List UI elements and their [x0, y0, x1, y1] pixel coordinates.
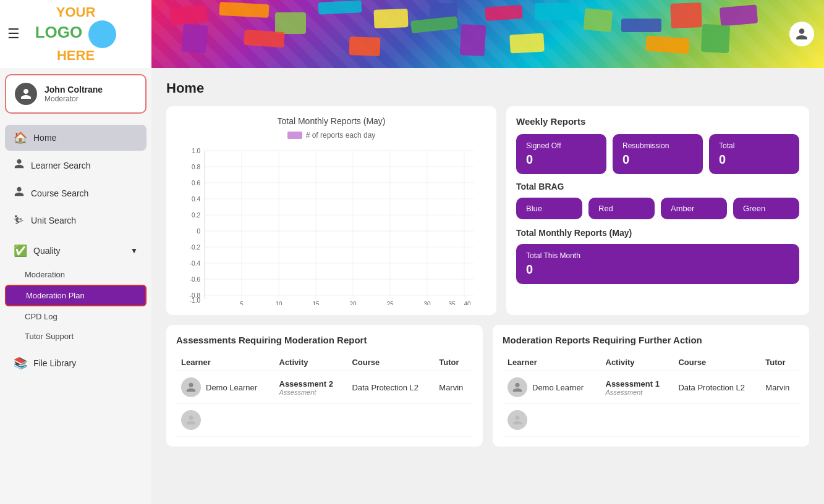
learner-avatar	[508, 410, 527, 430]
col-learner: Learner	[176, 354, 274, 371]
sidebar-item-home[interactable]: 🏠 Home	[5, 125, 147, 151]
sidebar-item-file-library-label: File Library	[33, 358, 76, 368]
stat-box-total: Total 0	[709, 134, 799, 174]
brag-box-green: Green	[733, 198, 799, 219]
weekly-stats-row: Signed Off 0 Resubmission 0 Total 0	[516, 134, 799, 174]
monthly-section-label: Total Monthly Reports (May)	[516, 228, 799, 238]
unit-search-icon: ⛷	[14, 214, 25, 227]
legend-color-box	[287, 132, 302, 139]
learner-avatar	[508, 377, 527, 397]
col-learner: Learner	[503, 354, 601, 371]
sidebar-item-unit-search[interactable]: ⛷ Unit Search	[5, 208, 147, 233]
page-title: Home	[166, 80, 809, 96]
stat-box-resubmission: Resubmission 0	[613, 134, 703, 174]
sidebar-item-home-label: Home	[33, 133, 56, 143]
col-tutor: Tutor	[434, 354, 473, 371]
activity-type: Assessment	[279, 388, 342, 396]
assessments-table: Learner Activity Course Tutor	[176, 354, 473, 437]
sidebar-item-quality[interactable]: ✅ Quality ▼	[5, 238, 147, 264]
svg-text:-0.2: -0.2	[190, 244, 201, 251]
hamburger-icon[interactable]: ☰	[7, 26, 20, 42]
course-cell: Data Protection L2	[673, 371, 760, 404]
stat-value-signed-off: 0	[526, 153, 597, 167]
chart-card: Total Monthly Reports (May) # of reports…	[166, 106, 496, 315]
svg-text:15: 15	[312, 301, 320, 305]
stat-value-resubmission: 0	[622, 153, 693, 167]
assessments-table-title: Assessments Requiring Moderation Report	[176, 335, 473, 345]
stat-value-total: 0	[719, 153, 789, 167]
stat-label-resubmission: Resubmission	[622, 141, 693, 150]
stat-label-signed-off: Signed Off	[526, 141, 597, 150]
total-month-label: Total This Month	[526, 251, 789, 260]
logo-your: YOUR	[56, 4, 96, 20]
svg-text:-0.6: -0.6	[190, 276, 201, 283]
logo-here: HERE	[57, 48, 95, 63]
chart-svg: 1.0 0.8 0.6 0.4 0.2 0 -0.2 -0.4 -0.6 -0.…	[176, 145, 486, 305]
learner-cell: Demo Learner	[508, 377, 596, 397]
logo-area: ☰ YOUR LOGO HERE	[0, 0, 151, 68]
total-month-box: Total This Month 0	[516, 244, 799, 284]
chart-title: Total Monthly Reports (May)	[176, 116, 486, 126]
learner-cell	[508, 410, 596, 430]
moderation-table: Learner Activity Course Tutor	[503, 354, 799, 437]
total-month-value: 0	[526, 262, 789, 277]
quality-chevron-icon: ▼	[130, 246, 138, 255]
col-course: Course	[347, 354, 434, 371]
svg-text:0.6: 0.6	[192, 180, 200, 187]
brag-section-label: Total BRAG	[516, 182, 799, 191]
tutor-cell: Marvin	[434, 371, 473, 404]
svg-text:0.4: 0.4	[192, 196, 200, 203]
activity-type: Assessment	[606, 388, 669, 396]
brag-box-amber: Amber	[661, 198, 727, 219]
weekly-reports-card: Weekly Reports Signed Off 0 Resubmission…	[506, 106, 809, 315]
user-icon-top[interactable]	[789, 22, 814, 46]
sidebar-item-quality-label: Quality	[33, 246, 61, 256]
chart-legend: # of reports each day	[176, 131, 486, 140]
sidebar-sub-item-tutor-support[interactable]: Tutor Support	[5, 327, 147, 346]
table-row: Demo Learner Assessment 2 Assessment Dat…	[176, 371, 473, 404]
learner-cell	[181, 410, 270, 430]
svg-text:5: 5	[240, 301, 244, 305]
sidebar-item-learner-search[interactable]: Learner Search	[5, 152, 147, 178]
learner-name: Demo Learner	[206, 383, 257, 392]
sidebar-sub-item-moderation-plan[interactable]: Moderation Plan	[5, 285, 147, 306]
quality-icon: ✅	[14, 244, 27, 258]
file-library-icon: 📚	[14, 356, 27, 370]
col-course: Course	[673, 354, 760, 371]
tables-row: Assessments Requiring Moderation Report …	[166, 325, 809, 447]
brag-row: Blue Red Amber Green	[516, 198, 799, 219]
learner-name: Demo Learner	[532, 383, 584, 392]
activity-name: Assessment 2	[279, 379, 342, 388]
svg-text:-0.4: -0.4	[190, 260, 201, 267]
sidebar-sub-item-moderation[interactable]: Moderation	[5, 265, 147, 284]
svg-text:30: 30	[423, 301, 431, 305]
top-banner: ☰ YOUR LOGO HERE	[0, 0, 824, 68]
col-activity: Activity	[601, 354, 674, 371]
avatar	[15, 83, 37, 105]
weekly-reports-title: Weekly Reports	[516, 116, 799, 127]
brag-label-amber: Amber	[671, 204, 694, 213]
moderation-table-title: Moderation Reports Requiring Further Act…	[503, 335, 799, 345]
brag-label-green: Green	[743, 204, 765, 213]
chart-legend-label: # of reports each day	[306, 131, 376, 140]
svg-text:40: 40	[464, 301, 471, 305]
brag-box-blue: Blue	[516, 198, 582, 219]
svg-text:0.8: 0.8	[192, 164, 200, 170]
sidebar-item-course-search[interactable]: Course Search	[5, 180, 147, 206]
learner-cell: Demo Learner	[181, 377, 270, 397]
sidebar-sub-item-cpd-log[interactable]: CPD Log	[5, 307, 147, 326]
logo-logo: LOGO	[35, 23, 83, 41]
chart-area: 1.0 0.8 0.6 0.4 0.2 0 -0.2 -0.4 -0.6 -0.…	[176, 145, 486, 305]
course-search-icon	[14, 186, 25, 200]
svg-text:0.2: 0.2	[192, 212, 200, 219]
logo-circle	[88, 20, 116, 48]
sidebar-item-learner-search-label: Learner Search	[31, 161, 91, 170]
tutor-cell: Marvin	[760, 371, 799, 404]
sidebar-item-unit-search-label: Unit Search	[31, 216, 76, 225]
learner-avatar	[181, 377, 201, 397]
svg-text:25: 25	[386, 301, 394, 305]
table-row	[503, 404, 799, 437]
sidebar-item-file-library[interactable]: 📚 File Library	[5, 350, 147, 376]
moderation-table-card: Moderation Reports Requiring Further Act…	[493, 325, 809, 447]
user-name: John Coltrane	[45, 85, 103, 94]
